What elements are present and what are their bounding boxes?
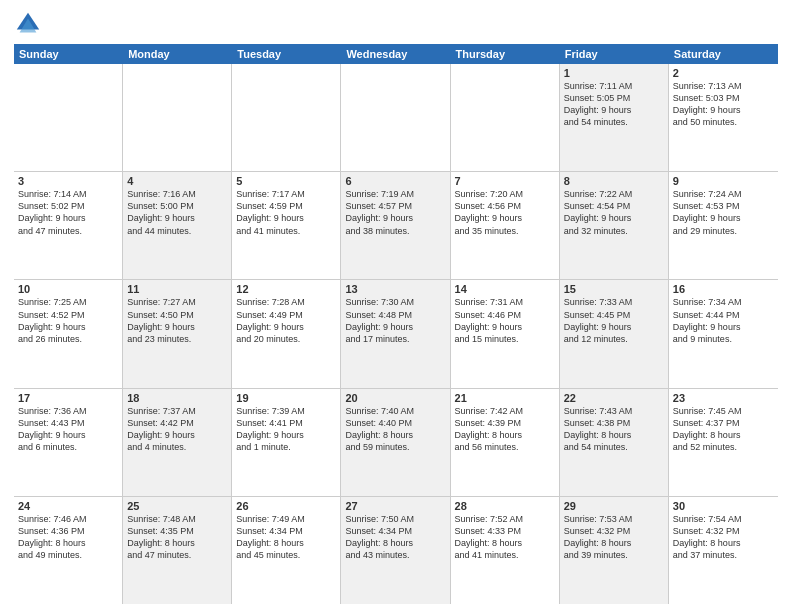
cell-info: Sunrise: 7:43 AM Sunset: 4:38 PM Dayligh… (564, 405, 664, 454)
calendar-cell: 9Sunrise: 7:24 AM Sunset: 4:53 PM Daylig… (669, 172, 778, 279)
calendar-cell: 3Sunrise: 7:14 AM Sunset: 5:02 PM Daylig… (14, 172, 123, 279)
calendar-header-cell: Sunday (14, 44, 123, 64)
calendar-cell: 23Sunrise: 7:45 AM Sunset: 4:37 PM Dayli… (669, 389, 778, 496)
calendar-cell (451, 64, 560, 171)
calendar-cell: 6Sunrise: 7:19 AM Sunset: 4:57 PM Daylig… (341, 172, 450, 279)
cell-info: Sunrise: 7:13 AM Sunset: 5:03 PM Dayligh… (673, 80, 774, 129)
cell-info: Sunrise: 7:49 AM Sunset: 4:34 PM Dayligh… (236, 513, 336, 562)
cell-info: Sunrise: 7:30 AM Sunset: 4:48 PM Dayligh… (345, 296, 445, 345)
calendar-cell: 27Sunrise: 7:50 AM Sunset: 4:34 PM Dayli… (341, 497, 450, 604)
calendar-cell: 17Sunrise: 7:36 AM Sunset: 4:43 PM Dayli… (14, 389, 123, 496)
cell-info: Sunrise: 7:27 AM Sunset: 4:50 PM Dayligh… (127, 296, 227, 345)
calendar-cell: 22Sunrise: 7:43 AM Sunset: 4:38 PM Dayli… (560, 389, 669, 496)
cell-info: Sunrise: 7:45 AM Sunset: 4:37 PM Dayligh… (673, 405, 774, 454)
cell-info: Sunrise: 7:36 AM Sunset: 4:43 PM Dayligh… (18, 405, 118, 454)
calendar-cell: 29Sunrise: 7:53 AM Sunset: 4:32 PM Dayli… (560, 497, 669, 604)
day-number: 4 (127, 175, 227, 187)
calendar-header-cell: Thursday (451, 44, 560, 64)
cell-info: Sunrise: 7:50 AM Sunset: 4:34 PM Dayligh… (345, 513, 445, 562)
calendar-cell: 15Sunrise: 7:33 AM Sunset: 4:45 PM Dayli… (560, 280, 669, 387)
cell-info: Sunrise: 7:40 AM Sunset: 4:40 PM Dayligh… (345, 405, 445, 454)
cell-info: Sunrise: 7:53 AM Sunset: 4:32 PM Dayligh… (564, 513, 664, 562)
cell-info: Sunrise: 7:31 AM Sunset: 4:46 PM Dayligh… (455, 296, 555, 345)
calendar-header-cell: Monday (123, 44, 232, 64)
calendar-cell: 16Sunrise: 7:34 AM Sunset: 4:44 PM Dayli… (669, 280, 778, 387)
cell-info: Sunrise: 7:25 AM Sunset: 4:52 PM Dayligh… (18, 296, 118, 345)
calendar-cell: 7Sunrise: 7:20 AM Sunset: 4:56 PM Daylig… (451, 172, 560, 279)
calendar-cell: 10Sunrise: 7:25 AM Sunset: 4:52 PM Dayli… (14, 280, 123, 387)
calendar-cell: 28Sunrise: 7:52 AM Sunset: 4:33 PM Dayli… (451, 497, 560, 604)
day-number: 22 (564, 392, 664, 404)
day-number: 7 (455, 175, 555, 187)
day-number: 12 (236, 283, 336, 295)
calendar-row: 1Sunrise: 7:11 AM Sunset: 5:05 PM Daylig… (14, 64, 778, 172)
cell-info: Sunrise: 7:39 AM Sunset: 4:41 PM Dayligh… (236, 405, 336, 454)
cell-info: Sunrise: 7:42 AM Sunset: 4:39 PM Dayligh… (455, 405, 555, 454)
calendar-cell: 12Sunrise: 7:28 AM Sunset: 4:49 PM Dayli… (232, 280, 341, 387)
day-number: 17 (18, 392, 118, 404)
calendar-cell: 20Sunrise: 7:40 AM Sunset: 4:40 PM Dayli… (341, 389, 450, 496)
cell-info: Sunrise: 7:52 AM Sunset: 4:33 PM Dayligh… (455, 513, 555, 562)
day-number: 23 (673, 392, 774, 404)
day-number: 13 (345, 283, 445, 295)
day-number: 21 (455, 392, 555, 404)
calendar-cell: 21Sunrise: 7:42 AM Sunset: 4:39 PM Dayli… (451, 389, 560, 496)
calendar-cell: 4Sunrise: 7:16 AM Sunset: 5:00 PM Daylig… (123, 172, 232, 279)
calendar-row: 17Sunrise: 7:36 AM Sunset: 4:43 PM Dayli… (14, 389, 778, 497)
calendar-cell: 8Sunrise: 7:22 AM Sunset: 4:54 PM Daylig… (560, 172, 669, 279)
cell-info: Sunrise: 7:11 AM Sunset: 5:05 PM Dayligh… (564, 80, 664, 129)
day-number: 19 (236, 392, 336, 404)
day-number: 6 (345, 175, 445, 187)
calendar-row: 10Sunrise: 7:25 AM Sunset: 4:52 PM Dayli… (14, 280, 778, 388)
cell-info: Sunrise: 7:22 AM Sunset: 4:54 PM Dayligh… (564, 188, 664, 237)
day-number: 25 (127, 500, 227, 512)
calendar-row: 3Sunrise: 7:14 AM Sunset: 5:02 PM Daylig… (14, 172, 778, 280)
calendar-header-cell: Tuesday (232, 44, 341, 64)
day-number: 10 (18, 283, 118, 295)
cell-info: Sunrise: 7:37 AM Sunset: 4:42 PM Dayligh… (127, 405, 227, 454)
calendar-cell: 25Sunrise: 7:48 AM Sunset: 4:35 PM Dayli… (123, 497, 232, 604)
cell-info: Sunrise: 7:34 AM Sunset: 4:44 PM Dayligh… (673, 296, 774, 345)
calendar-header-cell: Wednesday (341, 44, 450, 64)
day-number: 29 (564, 500, 664, 512)
calendar-header-cell: Friday (560, 44, 669, 64)
day-number: 5 (236, 175, 336, 187)
cell-info: Sunrise: 7:24 AM Sunset: 4:53 PM Dayligh… (673, 188, 774, 237)
calendar: SundayMondayTuesdayWednesdayThursdayFrid… (14, 44, 778, 604)
day-number: 18 (127, 392, 227, 404)
day-number: 16 (673, 283, 774, 295)
cell-info: Sunrise: 7:14 AM Sunset: 5:02 PM Dayligh… (18, 188, 118, 237)
day-number: 20 (345, 392, 445, 404)
calendar-header-cell: Saturday (669, 44, 778, 64)
day-number: 30 (673, 500, 774, 512)
calendar-cell: 30Sunrise: 7:54 AM Sunset: 4:32 PM Dayli… (669, 497, 778, 604)
cell-info: Sunrise: 7:54 AM Sunset: 4:32 PM Dayligh… (673, 513, 774, 562)
calendar-cell: 11Sunrise: 7:27 AM Sunset: 4:50 PM Dayli… (123, 280, 232, 387)
calendar-header: SundayMondayTuesdayWednesdayThursdayFrid… (14, 44, 778, 64)
logo-icon (14, 10, 42, 38)
calendar-cell (14, 64, 123, 171)
day-number: 15 (564, 283, 664, 295)
calendar-cell: 19Sunrise: 7:39 AM Sunset: 4:41 PM Dayli… (232, 389, 341, 496)
calendar-cell: 1Sunrise: 7:11 AM Sunset: 5:05 PM Daylig… (560, 64, 669, 171)
cell-info: Sunrise: 7:28 AM Sunset: 4:49 PM Dayligh… (236, 296, 336, 345)
day-number: 8 (564, 175, 664, 187)
page-header (14, 10, 778, 38)
calendar-body: 1Sunrise: 7:11 AM Sunset: 5:05 PM Daylig… (14, 64, 778, 604)
day-number: 11 (127, 283, 227, 295)
day-number: 14 (455, 283, 555, 295)
cell-info: Sunrise: 7:48 AM Sunset: 4:35 PM Dayligh… (127, 513, 227, 562)
calendar-cell (232, 64, 341, 171)
day-number: 28 (455, 500, 555, 512)
day-number: 3 (18, 175, 118, 187)
cell-info: Sunrise: 7:17 AM Sunset: 4:59 PM Dayligh… (236, 188, 336, 237)
calendar-cell: 2Sunrise: 7:13 AM Sunset: 5:03 PM Daylig… (669, 64, 778, 171)
cell-info: Sunrise: 7:46 AM Sunset: 4:36 PM Dayligh… (18, 513, 118, 562)
calendar-cell: 14Sunrise: 7:31 AM Sunset: 4:46 PM Dayli… (451, 280, 560, 387)
calendar-cell (123, 64, 232, 171)
day-number: 26 (236, 500, 336, 512)
day-number: 2 (673, 67, 774, 79)
cell-info: Sunrise: 7:19 AM Sunset: 4:57 PM Dayligh… (345, 188, 445, 237)
day-number: 24 (18, 500, 118, 512)
logo (14, 10, 46, 38)
